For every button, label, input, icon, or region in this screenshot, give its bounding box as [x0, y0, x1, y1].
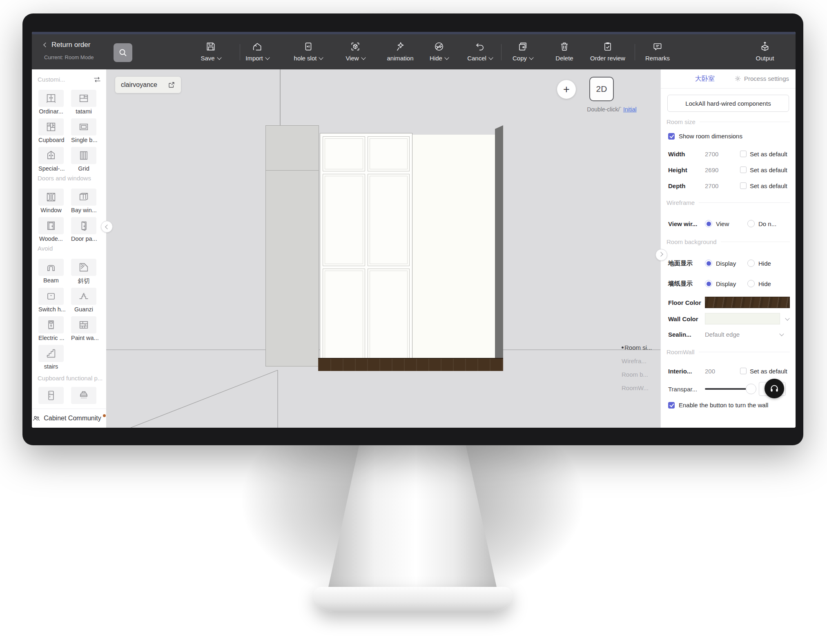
slider-track[interactable] [705, 388, 751, 390]
transparency-slider[interactable] [705, 384, 753, 394]
panel-tabs: 大卧室 Process settings [661, 69, 796, 89]
sidebar-section-avoid: Avoid [38, 245, 53, 252]
single-board-icon [78, 121, 90, 133]
remarks-icon [635, 40, 680, 52]
floor-display-radio[interactable] [705, 260, 712, 267]
app-window: Return order Current: Room Mode [32, 32, 796, 428]
plus-icon: + [563, 83, 570, 96]
width-value[interactable]: 2700 [705, 151, 740, 158]
stairs-icon [45, 348, 57, 359]
depth-default-checkbox[interactable] [740, 182, 747, 189]
sealing-row: Sealin... Default edge [668, 329, 790, 340]
chevron-down-icon[interactable] [785, 316, 789, 320]
sidebar-collapse-button[interactable] [101, 221, 113, 233]
special-cabinet-icon [45, 150, 57, 161]
wireframe-donot-radio[interactable] [747, 220, 755, 227]
canvas-nav-wireframe[interactable]: Wirefra... [622, 358, 646, 364]
swap-icon[interactable] [93, 76, 101, 83]
toolbar-item-remarks[interactable]: Remarks [635, 40, 680, 62]
toolbar-item-animation[interactable]: animation [378, 40, 423, 62]
save-icon [188, 40, 233, 52]
height-row: Height 2690 Set as default [668, 164, 790, 175]
cabinet-community-button[interactable]: Cabinet Community [32, 409, 106, 428]
toolbar-item-import[interactable]: Import [235, 40, 280, 62]
toolbar-item-copy[interactable]: Copy [500, 40, 545, 62]
sidebar-item-wooden-door[interactable]: Woode... [38, 217, 64, 242]
room-tab[interactable]: 大卧室 [695, 75, 715, 83]
toolbar-label: Output [756, 55, 774, 62]
sidebar-item-tatami[interactable]: tatami [71, 90, 96, 115]
sidebar-item-electric-box[interactable]: Electric ... [38, 316, 64, 341]
chevron-down-icon [217, 55, 221, 60]
toolbar-item-delete[interactable]: Delete [542, 40, 587, 62]
sidebar-item-ordinary-cabinet[interactable]: Ordinar... [38, 90, 64, 115]
height-value[interactable]: 2690 [705, 167, 740, 173]
sidebar-item-refrigerator[interactable] [38, 387, 64, 405]
sidebar-item-stairs[interactable]: stairs [38, 345, 64, 370]
sidebar-item-paint-wall[interactable]: Paint wa... [71, 316, 96, 341]
search-button[interactable] [114, 43, 132, 62]
floor-hide-radio[interactable] [747, 260, 755, 267]
page: Return order Current: Room Mode [0, 0, 827, 644]
width-default-checkbox[interactable] [740, 151, 747, 157]
scene-name-chip[interactable]: clairvoyance [115, 77, 181, 93]
process-settings-button[interactable]: Process settings [734, 75, 789, 82]
floor-color-swatch[interactable] [705, 297, 790, 308]
sidebar-item-guanzi[interactable]: Guanzi [71, 288, 96, 313]
canvas-nav-roomwall[interactable]: RoomW... [622, 384, 649, 391]
room-3d-model [265, 125, 503, 370]
sealing-dropdown[interactable]: Default edge [705, 331, 774, 338]
wall-color-swatch[interactable] [705, 313, 780, 324]
sidebar-item-switch[interactable]: Switch h... [38, 288, 64, 313]
toolbar-item-hide[interactable]: Hide [417, 40, 461, 62]
cabinet-door [323, 269, 365, 362]
interior-default-checkbox[interactable] [740, 368, 747, 374]
wallpaper-display-radio[interactable] [705, 280, 712, 287]
animation-icon [378, 40, 423, 52]
zoom-in-button[interactable]: + [557, 80, 576, 99]
sidebar-item-beam[interactable]: Beam [38, 259, 64, 284]
bevel-cut-icon [78, 262, 90, 273]
sidebar-item-range-hood[interactable] [71, 387, 96, 405]
support-headset-button[interactable] [765, 379, 784, 398]
toolbar-item-hole-slot[interactable]: hole slot [286, 40, 331, 62]
enable-turn-wall-checkbox[interactable] [668, 402, 675, 409]
toolbar-item-order-review[interactable]: Order review [585, 40, 630, 62]
depth-value[interactable]: 2700 [705, 182, 740, 189]
wireframe-view-radio[interactable] [705, 220, 712, 227]
monitor-bezel: Return order Current: Room Mode [22, 13, 803, 445]
sidebar-item-bevel-cut[interactable]: 斜切 [71, 259, 96, 285]
sidebar-item-door-panel[interactable]: Door pa... [71, 217, 96, 242]
sidebar-item-special-cabinet[interactable]: Special-... [38, 147, 64, 172]
lock-components-button[interactable]: LockAll hard-wired components [667, 95, 789, 112]
enable-turn-wall-row: Enable the button to turn the wall [668, 402, 768, 409]
toolbar-item-cancel[interactable]: Cancel [457, 40, 502, 62]
wooden-door-icon [45, 220, 57, 231]
chevron-down-icon [361, 55, 366, 60]
design-viewport[interactable]: clairvoyance + 2D Double-click/` [106, 69, 660, 428]
sidebar-item-grid[interactable]: Grid [71, 147, 96, 172]
show-dimensions-checkbox[interactable] [668, 133, 675, 140]
toolbar-item-view[interactable]: View [333, 40, 378, 62]
wallpaper-hide-radio[interactable] [747, 280, 755, 287]
slider-thumb[interactable] [746, 384, 756, 394]
canvas-nav-room-background[interactable]: Room b... [622, 371, 648, 378]
return-order-button[interactable]: Return order [44, 41, 90, 49]
interior-value[interactable]: 200 [705, 368, 740, 375]
toolbar-item-output[interactable]: Output [742, 40, 787, 62]
section-room-size: Room size [667, 118, 790, 125]
cabinet-door [323, 136, 365, 171]
interior-row: Interio... 200 Set as default [668, 366, 790, 376]
canvas-nav-room-size[interactable]: Room si... [622, 344, 652, 351]
2d-view-toggle[interactable]: 2D [589, 77, 614, 101]
2d-label: 2D [596, 84, 607, 94]
sidebar-item-window[interactable]: Window [38, 189, 64, 213]
sidebar-item-cupboard[interactable]: Cupboard [38, 118, 64, 143]
chevron-down-icon[interactable] [779, 331, 784, 336]
sidebar-item-bay-window[interactable]: Bay win... [71, 189, 96, 213]
height-default-checkbox[interactable] [740, 167, 747, 173]
initial-view-link[interactable]: Initial [623, 106, 637, 113]
sidebar-item-single-board[interactable]: Single b... [71, 118, 96, 143]
panel-collapse-button[interactable] [655, 249, 667, 261]
toolbar-item-save[interactable]: Save [188, 40, 233, 62]
